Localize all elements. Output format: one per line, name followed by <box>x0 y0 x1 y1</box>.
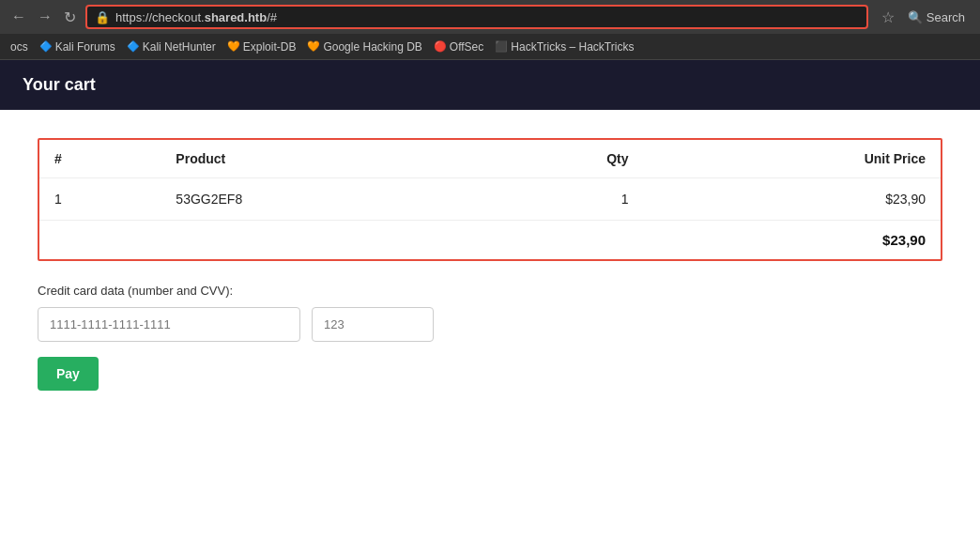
bookmark-kali-forums[interactable]: 🔷 Kali Forums <box>39 40 115 54</box>
page-content: Your cart # Product Qty Unit Price 1 53G… <box>0 60 980 539</box>
bookmark-star-icon[interactable]: ☆ <box>881 8 895 26</box>
reload-button[interactable]: ↻ <box>60 7 80 28</box>
bookmark-hacktricks-label: HackTricks – HackTricks <box>511 40 634 54</box>
col-unit-price: Unit Price <box>644 140 942 178</box>
address-bar[interactable]: 🔒 https://checkout.shared.htb/# <box>85 5 868 29</box>
lock-icon: 🔒 <box>95 10 110 24</box>
bookmark-offsec[interactable]: 🔴 OffSec <box>434 40 483 54</box>
payment-label: Credit card data (number and CVV): <box>38 284 942 298</box>
url-text: https://checkout.shared.htb/# <box>115 10 859 24</box>
hacktricks-icon: ⬛ <box>495 40 508 53</box>
search-button[interactable]: 🔍 Search <box>900 10 972 24</box>
browser-window: ← → ↻ 🔒 https://checkout.shared.htb/# ☆ … <box>0 0 980 60</box>
row-index: 1 <box>39 178 161 221</box>
bookmark-exploit-db[interactable]: 🧡 Exploit-DB <box>227 40 297 54</box>
page-header: Your cart <box>0 60 980 110</box>
bookmark-google-hacking-db-label: Google Hacking DB <box>323 40 421 54</box>
page-title: Your cart <box>23 75 957 95</box>
col-qty: Qty <box>475 140 644 178</box>
browser-toolbar: ← → ↻ 🔒 https://checkout.shared.htb/# ☆ … <box>0 0 980 34</box>
card-number-input[interactable] <box>38 307 300 342</box>
bookmark-kali-nethunter-label: Kali NetHunter <box>143 40 216 54</box>
bookmark-google-hacking-db[interactable]: 🧡 Google Hacking DB <box>307 40 421 54</box>
bookmark-ocs-label: ocs <box>10 40 28 54</box>
google-hacking-db-icon: 🧡 <box>307 40 320 53</box>
search-label: Search <box>926 10 965 24</box>
col-product: Product <box>161 140 474 178</box>
page-body: # Product Qty Unit Price 1 53GG2EF8 1 $2… <box>0 110 980 419</box>
row-unit-price: $23,90 <box>644 178 942 221</box>
cart-table: # Product Qty Unit Price 1 53GG2EF8 1 $2… <box>39 140 941 220</box>
pay-button[interactable]: Pay <box>38 357 99 391</box>
nav-icons: ← → ↻ <box>8 7 80 28</box>
col-hash: # <box>39 140 161 178</box>
exploit-db-icon: 🧡 <box>227 40 240 53</box>
payment-inputs <box>38 307 942 342</box>
search-icon: 🔍 <box>908 10 923 24</box>
bookmarks-bar: ocs 🔷 Kali Forums 🔷 Kali NetHunter 🧡 Exp… <box>0 34 980 60</box>
bookmark-ocs[interactable]: ocs <box>8 40 28 54</box>
bookmark-offsec-label: OffSec <box>450 40 483 54</box>
bookmark-hacktricks[interactable]: ⬛ HackTricks – HackTricks <box>495 40 634 54</box>
offsec-icon: 🔴 <box>434 40 447 53</box>
cvv-input[interactable] <box>312 307 434 342</box>
row-qty: 1 <box>475 178 644 221</box>
bookmark-exploit-db-label: Exploit-DB <box>243 40 297 54</box>
table-row: 1 53GG2EF8 1 $23,90 <box>39 178 941 221</box>
cart-table-wrapper: # Product Qty Unit Price 1 53GG2EF8 1 $2… <box>38 138 942 261</box>
row-product: 53GG2EF8 <box>161 178 474 221</box>
bookmark-kali-forums-label: Kali Forums <box>55 40 115 54</box>
forward-button[interactable]: → <box>34 7 56 27</box>
cart-total: $23,90 <box>39 220 941 259</box>
bookmark-kali-nethunter[interactable]: 🔷 Kali NetHunter <box>127 40 216 54</box>
kali-forums-icon: 🔷 <box>39 40 53 53</box>
back-button[interactable]: ← <box>8 7 30 27</box>
kali-nethunter-icon: 🔷 <box>127 40 140 53</box>
